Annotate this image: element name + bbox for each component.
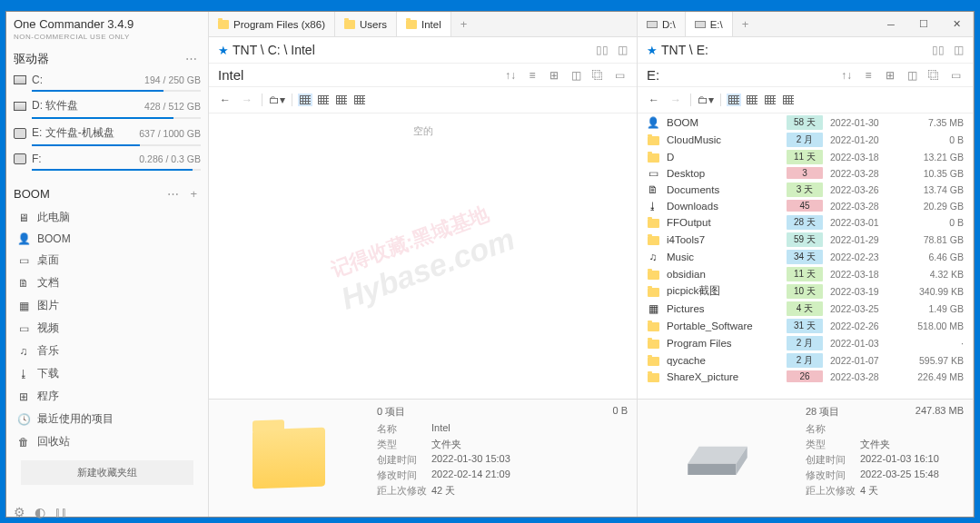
view-details[interactable] — [298, 94, 312, 106]
file-row[interactable]: ▭ Desktop 3 2022-03-28 10.35 GB — [638, 165, 973, 181]
left-path[interactable]: TNT \ C: \ Intel — [233, 43, 592, 57]
drive-item[interactable]: C: 194 / 250 GB — [14, 71, 201, 89]
new-icon[interactable]: ⊞ — [882, 69, 898, 82]
close-button[interactable]: ✕ — [940, 12, 973, 37]
panel-icon[interactable]: ◫ — [954, 44, 964, 56]
file-row[interactable]: 🗎 Documents 3 天 2022-03-26 13.74 GB — [638, 181, 973, 198]
folder-up-button[interactable]: 🗀▾ — [697, 91, 715, 109]
back-button[interactable]: ← — [216, 91, 234, 109]
fav-more-icon[interactable]: ⋯ — [163, 185, 183, 202]
right-files[interactable]: 👤 BOOM 58 天 2022-01-30 7.35 MB CloudMusi… — [638, 113, 973, 399]
file-size: 13.74 GB — [906, 184, 964, 195]
tab[interactable]: D:\ — [638, 12, 686, 36]
new-fav-group-button[interactable]: 新建收藏夹组 — [21, 460, 193, 485]
empty-label: 空的 — [209, 113, 637, 138]
minimize-button[interactable]: ─ — [875, 12, 907, 37]
new-icon[interactable]: ⊞ — [546, 69, 562, 82]
refresh-icon[interactable]: ◫ — [904, 69, 920, 82]
fav-item[interactable]: 🗑 回收站 — [14, 430, 201, 453]
refresh-icon[interactable]: ◫ — [568, 69, 584, 82]
fav-label: 最近使用的项目 — [37, 411, 114, 427]
fav-item[interactable]: 🕓 最近使用的项目 — [14, 408, 201, 430]
panel-icon[interactable]: ◫ — [618, 44, 628, 56]
drives-more-icon[interactable]: ⋯ — [182, 50, 201, 67]
file-name: Music — [667, 252, 779, 262]
fav-icon: ⭳ — [17, 368, 30, 380]
fav-item[interactable]: ♫ 音乐 — [14, 340, 201, 362]
fav-item[interactable]: ▭ 桌面 — [14, 249, 201, 271]
settings-icon[interactable]: ⚙ — [14, 505, 25, 519]
fav-add-icon[interactable]: + — [186, 185, 201, 202]
left-new-tab-button[interactable]: + — [451, 17, 477, 31]
drive-item[interactable]: D: 软件盘 428 / 512 GB — [14, 95, 201, 116]
file-row[interactable]: ▦ Pictures 4 天 2022-03-25 1.49 GB — [638, 300, 973, 317]
panes-icon[interactable]: ⫿⫿ — [54, 505, 67, 519]
tab[interactable]: Users — [335, 12, 397, 36]
filter-icon[interactable]: ≡ — [860, 69, 876, 82]
right-new-tab-button[interactable]: + — [733, 17, 758, 31]
forward-button[interactable]: → — [238, 91, 256, 109]
file-row[interactable]: picpick截图 10 天 2022-03-19 340.99 KB — [638, 282, 973, 300]
file-row[interactable]: Portable_Software 31 天 2022-02-26 518.00… — [638, 317, 973, 334]
app-title-row: One Commander 3.4.9 — [6, 12, 208, 33]
file-row[interactable]: i4Tools7 59 天 2022-01-29 78.81 GB — [638, 231, 973, 248]
fav-item[interactable]: 👤 BOOM — [14, 229, 201, 249]
view-small[interactable] — [763, 94, 777, 106]
file-row[interactable]: ShareX_picture 26 2022-03-28 226.49 MB — [638, 369, 973, 384]
meta-label: 名称 — [806, 422, 860, 436]
file-row[interactable]: ♫ Music 34 天 2022-02-23 6.46 GB — [638, 248, 973, 265]
file-row[interactable]: qycache 2 月 2022-01-07 595.97 KB — [638, 351, 973, 369]
preview-icon[interactable]: ▭ — [611, 69, 628, 82]
right-path[interactable]: TNT \ E: — [661, 43, 928, 57]
fav-item[interactable]: ▦ 图片 — [14, 294, 201, 317]
copy-icon[interactable]: ⿻ — [926, 69, 942, 82]
tab[interactable]: E:\ — [686, 12, 733, 36]
file-date: 2022-03-18 — [830, 269, 898, 280]
file-row[interactable]: Program Files 2 月 2022-01-03 · — [638, 334, 973, 351]
view-large[interactable] — [781, 94, 796, 106]
file-row[interactable]: ⭳ Downloads 45 2022-03-28 20.29 GB — [638, 198, 973, 213]
file-row[interactable]: FFOutput 28 天 2022-03-01 0 B — [638, 213, 973, 231]
drive-item[interactable]: E: 文件盘-机械盘 637 / 1000 GB — [14, 123, 201, 143]
fav-item[interactable]: 🗎 文档 — [14, 271, 201, 294]
star-icon[interactable]: ★ — [647, 44, 658, 57]
view-small[interactable] — [334, 94, 349, 106]
drive-item[interactable]: F: 0.286 / 0.3 GB — [14, 150, 201, 168]
sort-icon[interactable]: ↑↓ — [838, 69, 855, 82]
meta-label: 类型 — [377, 438, 431, 451]
file-row[interactable]: D 11 天 2022-03-18 13.21 GB — [638, 148, 973, 165]
view-list[interactable] — [316, 94, 331, 106]
sort-icon[interactable]: ↑↓ — [502, 69, 519, 82]
fav-item[interactable]: ▭ 视频 — [14, 317, 201, 340]
drive-preview-icon — [678, 438, 757, 479]
file-row[interactable]: 👤 BOOM 58 天 2022-01-30 7.35 MB — [638, 113, 973, 131]
star-icon[interactable]: ★ — [218, 44, 229, 57]
preview-icon[interactable]: ▭ — [947, 69, 964, 82]
tab[interactable]: Intel — [397, 12, 451, 36]
drive-icon — [14, 127, 26, 140]
filter-icon[interactable]: ≡ — [524, 69, 540, 82]
right-toolbar: ← → 🗀▾ — [638, 87, 973, 113]
folder-icon — [648, 136, 659, 145]
view-details[interactable] — [727, 94, 741, 106]
fav-item[interactable]: ⊞ 程序 — [14, 385, 201, 408]
meta-value: 文件夹 — [860, 438, 964, 451]
file-size: 518.00 MB — [906, 321, 964, 331]
file-row[interactable]: CloudMusic 2 月 2022-01-20 0 B — [638, 131, 973, 148]
fav-item[interactable]: ⭳ 下载 — [14, 362, 201, 385]
columns-icon[interactable]: ▯▯ — [932, 44, 945, 56]
theme-icon[interactable]: ◐ — [35, 505, 45, 519]
tab[interactable]: Program Files (x86) — [209, 12, 335, 36]
view-large[interactable] — [352, 94, 367, 106]
copy-icon[interactable]: ⿻ — [589, 69, 606, 82]
view-list[interactable] — [745, 94, 759, 106]
back-button[interactable]: ← — [645, 91, 663, 109]
forward-button[interactable]: → — [667, 91, 685, 109]
fav-label: 图片 — [37, 298, 59, 313]
folder-icon — [648, 271, 659, 280]
file-row[interactable]: obsidian 11 天 2022-03-18 4.32 KB — [638, 265, 973, 282]
maximize-button[interactable]: ☐ — [907, 12, 940, 37]
columns-icon[interactable]: ▯▯ — [596, 44, 609, 56]
fav-item[interactable]: 🖥 此电脑 — [14, 206, 201, 229]
folder-up-button[interactable]: 🗀▾ — [268, 91, 286, 109]
